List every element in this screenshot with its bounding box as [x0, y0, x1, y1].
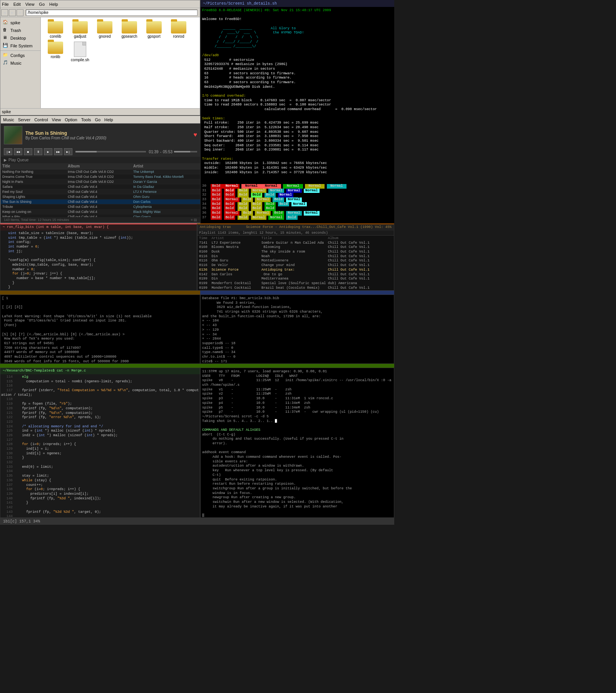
- mp-menu-music[interactable]: Music: [3, 117, 14, 122]
- latex-term: [ 1 [ [2] [3]] LaTeX Font Warning: Font …: [0, 295, 200, 364]
- mp-menu-server[interactable]: Server: [18, 117, 30, 122]
- song-album-cell: Irma Chill Out Cafe Vol.8 CD2: [68, 175, 133, 179]
- playlist-item[interactable]: Feel my Soul Chill out Cafe Vol.4 LTJ X …: [1, 189, 200, 194]
- mp-menu-tools[interactable]: Tools: [81, 117, 91, 122]
- mp-footer: 143 Items, Total time: 12 hours 15 minut…: [1, 217, 200, 223]
- playlist-item[interactable]: Night In Paris Irma Chill Out Cafe Vol.8…: [1, 179, 200, 184]
- progress-bar[interactable]: [75, 151, 146, 152]
- file-item-ronrod[interactable]: ronrod: [167, 20, 190, 39]
- playlist-item-playing[interactable]: The Sun is Shining Chill out Cafe Vol.4 …: [1, 199, 200, 204]
- song-title-cell: Keep on Loving on: [2, 210, 68, 214]
- statusbar: 1b1[c] 157,1 34%: [0, 518, 394, 525]
- file-manager: File Edit View Go Help ◀ ▶ ▲ /home/spike…: [0, 0, 200, 223]
- sidebar-music-label: Music: [10, 61, 22, 65]
- playlist-title: Antidoping trax Science Force - Antidopi…: [198, 224, 394, 231]
- trash-icon: 🗑: [3, 27, 9, 33]
- time-current: 01:39: [149, 150, 159, 154]
- code-content: uint table_size = tablesize (base, mvar)…: [0, 231, 197, 291]
- file-item-gpsearch[interactable]: gpsearch: [118, 20, 141, 39]
- prev-btn[interactable]: |◀: [4, 148, 12, 155]
- mp-menu-control[interactable]: Control: [34, 117, 48, 122]
- fm-up-btn[interactable]: ▲: [17, 9, 23, 16]
- time-duration: 05:53: [163, 150, 172, 154]
- folder-icon: [72, 21, 88, 33]
- sep-right: [200, 291, 394, 295]
- playlist-panel: Antidoping trax Science Force - Antidopi…: [197, 223, 394, 291]
- playlist-item[interactable]: Nothing For Nothing Irma Chill Out Cafe …: [1, 169, 200, 174]
- progress-fill: [75, 151, 97, 152]
- song-album-cell: Chill out Cafe Vol.4: [68, 205, 133, 209]
- playlist-item[interactable]: Safara Chill out Cafe Vol.4 In Da Gladia…: [1, 184, 200, 189]
- playlist-item[interactable]: What a Pity Chill out Cafe Vol.4 Clan Gr…: [1, 214, 200, 217]
- file-item-ronlib[interactable]: ronlib: [44, 41, 67, 63]
- play-btn[interactable]: ▶: [44, 148, 52, 155]
- playlist-header: Title Album Artist: [1, 163, 200, 169]
- mp-menu-go[interactable]: Go: [95, 117, 100, 122]
- file-item-corelib[interactable]: corelib: [44, 20, 67, 39]
- fm-menu-help[interactable]: Help: [49, 2, 58, 7]
- song-title-cell: Feel my Soul: [2, 190, 68, 194]
- playlist-subheader: Playlist 1143 items, lenght1 12 hours, 1…: [198, 231, 394, 236]
- playlist-item[interactable]: Keep on Loving on Chill out Cafe Vol.4 B…: [1, 209, 200, 214]
- song-album-cell: Chill out Cafe Vol.4: [68, 185, 133, 189]
- right-term-text: 11:37PM up 17 mins, 7 users, load averag…: [202, 370, 392, 518]
- fm-menu-edit[interactable]: Edit: [13, 2, 21, 7]
- folder-icon: [48, 42, 63, 54]
- fm-menu-file[interactable]: File: [2, 2, 9, 7]
- song-artist-cell: The Unkempt: [133, 170, 199, 174]
- playlist-item[interactable]: Shaping Lights Chill out Cafe Vol.4 Ohm …: [1, 194, 200, 199]
- folder-icon: [48, 21, 63, 33]
- sidebar-item-music[interactable]: 🎵 Music: [0, 59, 40, 67]
- sidebar-item-configs[interactable]: 📁 Configs: [0, 52, 40, 59]
- rew-btn[interactable]: ◀◀: [14, 148, 22, 155]
- sidebar-item-filesystem[interactable]: 💾 File System: [0, 42, 40, 50]
- fourth-row: ~/Research/BNC-Templates$ cat -n Merge.c…: [0, 368, 394, 518]
- latex-text: [ 1 [ [2] [3]] LaTeX Font Warning: Font …: [2, 296, 198, 364]
- db-term: Database file #1: bmc_article.bib.bib We…: [200, 295, 394, 364]
- fwd-btn[interactable]: ▶▶: [54, 148, 62, 155]
- file-item-gadjust[interactable]: gadjust: [69, 20, 92, 39]
- song-album-cell: Chill out Cafe Vol.4: [68, 200, 133, 204]
- home-icon: 🏠: [3, 20, 9, 26]
- song-title-cell: Nothing For Nothing: [2, 170, 68, 174]
- mp-menu-option[interactable]: Option: [65, 117, 77, 122]
- heart-icon[interactable]: ♥: [193, 132, 197, 139]
- fm-path-bar[interactable]: /home/spike: [26, 10, 198, 16]
- song-artist-cell: Duran Y Garcia: [133, 180, 199, 184]
- code-content-2: 114 elg 115 computation = total - nomb1 …: [0, 374, 200, 518]
- code2-text: 114 elg 115 computation = total - nomb1 …: [1, 375, 199, 518]
- file-label: compile.sh: [71, 58, 89, 62]
- mp-menu-view[interactable]: View: [52, 117, 61, 122]
- song-title-cell: Shaping Lights: [2, 195, 68, 199]
- file-item-gpsport[interactable]: gpsport: [142, 20, 166, 39]
- footer-icons: ≡ ▤: [191, 218, 197, 222]
- fm-menu-go[interactable]: Go: [39, 2, 45, 7]
- terminal-right: ~/Pictures/Screeni sh_details.sh FreeBSD…: [200, 0, 394, 223]
- fm-forward-btn[interactable]: ▶: [9, 9, 16, 16]
- sidebar-item-spike[interactable]: 🏠 spike: [0, 19, 40, 27]
- terminal-text: FreeBSD 8.0-RELEASE (GENERIC) #0: Sat No…: [202, 8, 393, 223]
- sidebar-item-desktop[interactable]: 🖥 Desktop: [0, 34, 40, 42]
- terminal-title: ~/Pictures/Screeni sh_details.sh: [203, 2, 277, 6]
- song-title-cell: Night In Paris: [2, 180, 68, 184]
- mp-menu-help[interactable]: Help: [104, 117, 113, 122]
- fm-content: corelib gadjust gnored gpsearch gpsport: [41, 17, 200, 108]
- next-btn[interactable]: ▶|: [64, 148, 72, 155]
- song-album-cell: Chill out Cafe Vol.4: [68, 195, 133, 199]
- album-name: From Chill out Cafe Vol.4 (2000): [51, 136, 106, 140]
- separator-2: [0, 364, 394, 368]
- song-title-cell: The Sun is Shining: [2, 200, 68, 204]
- file-icon: [74, 42, 86, 57]
- stop-btn[interactable]: ■: [24, 148, 32, 155]
- fm-menu-view[interactable]: View: [25, 2, 35, 7]
- file-item-compile[interactable]: compile.sh: [69, 41, 92, 63]
- sidebar-item-trash[interactable]: 🗑 Trash: [0, 27, 40, 34]
- file-item-gnored[interactable]: gnored: [93, 20, 116, 39]
- playlist-item[interactable]: Tribute Chill out Cafe Vol.4 Cybophenia: [1, 204, 200, 209]
- volume-bar[interactable]: [174, 151, 197, 152]
- fm-back-btn[interactable]: ◀: [1, 9, 8, 16]
- file-label: gnored: [99, 34, 110, 38]
- code-editor-2-title: ~/Research/BNC-Templates$ cat -n Merge.c: [0, 368, 200, 374]
- pause-btn[interactable]: ⏸: [34, 148, 42, 155]
- playlist-item[interactable]: Dreams Come True Irma Chill Out Cafe Vol…: [1, 174, 200, 179]
